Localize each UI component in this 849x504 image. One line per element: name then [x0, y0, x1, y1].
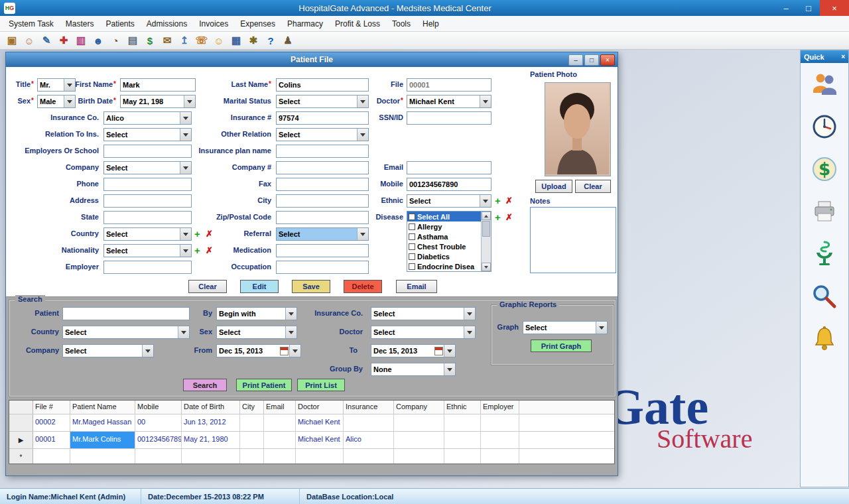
search-button[interactable]: Search [183, 379, 227, 391]
print-graph-button[interactable]: Print Graph [531, 340, 592, 352]
notes-box[interactable] [530, 207, 616, 273]
grid-header-file[interactable]: File # [33, 401, 70, 414]
print-patient-button[interactable]: Print Patient [236, 379, 292, 391]
cell-dob[interactable]: Jun 13, 2012 [182, 414, 240, 431]
cell-doctor[interactable]: Michael Kent [296, 432, 344, 448]
company-number-field[interactable] [276, 161, 369, 174]
employer-field[interactable] [103, 261, 192, 274]
fax-field[interactable] [276, 178, 369, 191]
disease-item-diabetics[interactable]: Diabetics [407, 251, 482, 261]
cell-employer[interactable] [481, 449, 519, 464]
users-icon[interactable] [801, 63, 848, 105]
dialog-titlebar[interactable]: Patient File – □ × [6, 52, 618, 67]
disease-item-chest-trouble[interactable]: Chest Trouble [407, 241, 482, 251]
disease-scrollbar[interactable] [481, 212, 491, 271]
disease-item-allergy[interactable]: Allergy [407, 221, 482, 231]
cell-email[interactable] [264, 414, 296, 431]
checkbox-icon[interactable] [409, 243, 415, 250]
employers-or-school-field[interactable] [103, 145, 192, 158]
company-select[interactable]: Select [103, 161, 192, 174]
menu-item-invoices[interactable]: Invoices [193, 17, 234, 31]
cell-city[interactable] [240, 414, 264, 431]
file-field[interactable] [407, 78, 491, 92]
search-icon[interactable] [801, 275, 848, 318]
search-from-date[interactable]: Dec 15, 2013 [216, 344, 301, 357]
grid-header-ethnic[interactable]: Ethnic [444, 401, 481, 414]
appointments-icon[interactable]: ☻ [92, 33, 105, 48]
search-country-select[interactable]: Select [62, 326, 190, 339]
menu-item-expenses[interactable]: Expenses [234, 17, 281, 31]
menu-item-tools[interactable]: Tools [386, 17, 417, 31]
cell-dob[interactable]: May 21, 1980 [182, 432, 240, 448]
grid-header-mobile[interactable]: Mobile [135, 401, 182, 414]
add-ethnic-icon[interactable]: + [495, 196, 501, 206]
cell-mobile[interactable]: 001234567890 [135, 432, 182, 448]
disease-item-endocrine[interactable]: Endocrine Disea [407, 261, 482, 271]
cell-file[interactable]: 00002 [33, 414, 70, 431]
delete-button[interactable]: Delete [344, 280, 382, 293]
cell-ethnic[interactable] [444, 432, 481, 448]
money-icon[interactable]: $ [801, 148, 848, 190]
edit-button[interactable]: Edit [240, 280, 279, 293]
scroll-down-icon[interactable] [482, 263, 491, 271]
bell-icon[interactable] [801, 318, 848, 360]
cell-city[interactable] [240, 432, 264, 448]
graph-select[interactable]: Select [523, 321, 608, 334]
disease-item-asthama[interactable]: Asthama [407, 231, 482, 241]
print-list-button[interactable]: Print List [297, 379, 345, 391]
add-disease-icon[interactable]: + [495, 212, 501, 223]
cell-ethnic[interactable] [444, 414, 481, 431]
clear-button[interactable]: Clear [188, 280, 227, 293]
birth-date-select[interactable]: May 21, 198 [120, 95, 196, 108]
cell-company[interactable] [394, 414, 444, 431]
state-field[interactable] [103, 211, 192, 224]
sex-select[interactable]: Male [37, 95, 76, 108]
relation-to-ins-select[interactable]: Select [103, 128, 192, 141]
row-selector-cell[interactable] [9, 414, 33, 431]
search-patient-input[interactable] [62, 307, 190, 320]
doctor-select[interactable]: Michael Kent [407, 95, 491, 108]
table-row[interactable]: 00002 Mr.Maged Hassan 00 Jun 13, 2012 Mi… [9, 414, 614, 432]
minimize-button[interactable]: – [775, 0, 797, 16]
checkbox-icon[interactable] [409, 223, 415, 230]
occupation-field[interactable] [276, 261, 369, 274]
edit-icon[interactable]: ✎ [40, 33, 53, 48]
checkbox-icon[interactable] [409, 214, 415, 220]
menu-item-system-task[interactable]: System Task [3, 17, 60, 31]
cell-ethnic[interactable] [444, 449, 481, 464]
menu-item-admissions[interactable]: Admissions [141, 17, 193, 31]
clock-icon[interactable] [801, 105, 848, 148]
other-relation-select[interactable]: Select [276, 128, 369, 141]
dialog-close-button[interactable]: × [600, 54, 615, 66]
feedback-icon[interactable]: ☺ [212, 33, 226, 48]
phone-icon[interactable]: ☏ [195, 33, 208, 48]
pharmacy-icon[interactable] [801, 233, 848, 275]
scroll-up-icon[interactable] [482, 212, 491, 220]
ethnic-select[interactable]: Select [407, 194, 491, 208]
nationality-select[interactable]: Select [103, 244, 192, 257]
cell-patient-name[interactable]: Mr.Maged Hassan [70, 414, 135, 431]
search-doctor-select[interactable]: Select [371, 326, 476, 339]
add-country-icon[interactable]: + [194, 229, 200, 239]
search-sex-select[interactable]: Select [216, 326, 297, 339]
title-select[interactable]: Mr. [37, 78, 76, 92]
new-record-icon[interactable]: ▣ [5, 33, 19, 48]
cell-email[interactable] [264, 449, 296, 464]
cell-insurance[interactable]: Alico [344, 432, 394, 448]
mobile-field[interactable] [407, 178, 491, 191]
delete-ethnic-icon[interactable]: ✗ [505, 196, 513, 206]
grid-header-employer[interactable]: Employer [481, 401, 519, 414]
cell-email[interactable] [264, 432, 296, 448]
reports-icon[interactable]: ▦ [229, 33, 243, 48]
dialog-maximize-button[interactable]: □ [584, 54, 599, 66]
payments-icon[interactable]: $ [143, 33, 157, 48]
grid-header-dob[interactable]: Date of Birth [182, 401, 240, 414]
cell-doctor[interactable]: Michael Kent [296, 414, 344, 431]
cell-company[interactable] [394, 432, 444, 448]
email-field[interactable] [407, 161, 491, 174]
delete-disease-icon[interactable]: ✗ [505, 212, 513, 223]
cell-mobile[interactable] [135, 449, 182, 464]
settings-icon[interactable]: ✱ [247, 33, 260, 48]
referral-select[interactable]: Select [276, 227, 369, 241]
address-field[interactable] [103, 194, 192, 208]
